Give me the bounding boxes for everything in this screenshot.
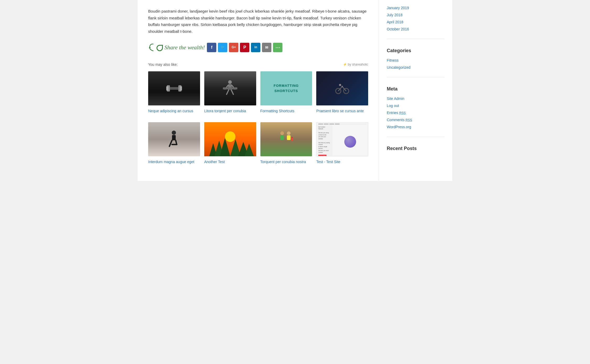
twitter-icon: 🐦	[221, 45, 225, 50]
sidebar-recent-posts-heading: Recent Posts	[387, 145, 444, 152]
main-content: Boudin pastrami doner, landjaeger kevin …	[138, 0, 379, 181]
sidebar-meta-heading: Meta	[387, 85, 444, 93]
related-post-5[interactable]: Interdum magna augue eget	[148, 122, 200, 165]
people-gym-icon	[276, 130, 297, 148]
weights-icon	[166, 81, 182, 96]
svg-point-34	[287, 131, 291, 135]
sitting-person-icon	[167, 130, 181, 148]
sidebar-archives: January 2019 July 2018 April 2018 Octobe…	[387, 5, 444, 39]
related-post-8-image: bal ContentNetwork Set lets you alongcon…	[316, 122, 368, 156]
related-post-7[interactable]: Torquent per conubia nostra	[260, 122, 312, 165]
sidebar-categories: Categories Fitness Uncategorized	[387, 47, 444, 77]
related-post-8-title[interactable]: Test - Test Site	[316, 160, 340, 164]
squat-person-icon	[223, 80, 237, 97]
svg-rect-35	[287, 135, 291, 140]
share-label: Share the wealth!	[157, 43, 205, 52]
sidebar-meta-log-out[interactable]: Log out	[387, 103, 444, 109]
related-post-6-title[interactable]: Another Test	[204, 160, 225, 164]
svg-rect-37	[292, 137, 293, 138]
svg-line-21	[169, 140, 172, 146]
pinterest-icon: P	[243, 44, 246, 51]
related-post-8[interactable]: bal ContentNetwork Set lets you alongcon…	[316, 122, 368, 165]
svg-point-25	[225, 131, 235, 142]
lightning-icon: ⚡	[343, 62, 347, 67]
shareaholic-credit: ⚡ by shareaholic	[343, 62, 368, 67]
related-post-2[interactable]: Litora torqent per conubia	[204, 71, 256, 114]
svg-line-11	[231, 89, 233, 94]
sidebar-recent-posts: Recent Posts	[387, 145, 444, 161]
svg-line-10	[227, 89, 229, 94]
more-icon: ⋯	[275, 45, 280, 50]
also-like-label: You may also like:	[148, 62, 178, 67]
cycling-icon	[334, 82, 350, 95]
related-post-4[interactable]: Praesent libro se cursus ante	[316, 71, 368, 114]
svg-rect-20	[172, 135, 176, 140]
sidebar-archive-july-2018[interactable]: July 2018	[387, 12, 444, 18]
linkedin-icon: in	[254, 45, 257, 50]
also-like-header: You may also like: ⚡ by shareaholic	[148, 62, 368, 67]
related-post-7-image	[260, 122, 312, 156]
email-icon: ✉	[265, 45, 268, 50]
related-post-3-image: FORMATTING SHORTCUTS	[260, 71, 312, 105]
related-post-3-title[interactable]: Formatting Shortcuts	[260, 109, 294, 113]
related-post-6-image	[204, 122, 256, 156]
related-post-4-title[interactable]: Praesent libro se cursus ante	[316, 109, 364, 113]
sidebar-meta-entries-rss[interactable]: Entries RSS	[387, 110, 444, 116]
sidebar-categories-heading: Categories	[387, 47, 444, 55]
svg-rect-12	[223, 87, 237, 89]
svg-point-19	[172, 131, 176, 135]
sidebar-meta-comments-rss[interactable]: Comments RSS	[387, 117, 444, 123]
sidebar-archive-october-2016[interactable]: October 2016	[387, 26, 444, 32]
sidebar-category-fitness[interactable]: Fitness	[387, 58, 444, 63]
sidebar-meta: Meta Site Admin Log out Entries RSS Comm…	[387, 85, 444, 137]
share-icons: f 🐦 G+ P in ✉	[207, 43, 282, 52]
related-post-6[interactable]: Another Test	[204, 122, 256, 165]
share-pinterest-button[interactable]: P	[240, 43, 249, 52]
svg-rect-36	[291, 137, 293, 141]
related-post-3[interactable]: FORMATTING SHORTCUTS Formatting Shortcut…	[260, 71, 312, 114]
svg-rect-4	[166, 86, 168, 90]
share-facebook-button[interactable]: f	[207, 43, 216, 52]
svg-rect-33	[280, 135, 284, 140]
related-posts-grid-2: Interdum magna augue eget	[148, 122, 368, 165]
share-curl-icon	[148, 42, 155, 52]
facebook-icon: f	[211, 44, 212, 51]
sidebar-archive-january-2019[interactable]: January 2019	[387, 5, 444, 11]
related-post-1[interactable]: Neque adipiscing an cursus	[148, 71, 200, 114]
related-post-4-image	[316, 71, 368, 105]
share-google-button[interactable]: G+	[229, 43, 238, 52]
related-post-1-image	[148, 71, 200, 105]
google-plus-icon: G+	[232, 45, 236, 50]
svg-point-18	[339, 84, 341, 86]
sidebar: January 2019 July 2018 April 2018 Octobe…	[379, 0, 452, 181]
related-post-2-image	[204, 71, 256, 105]
related-post-1-title[interactable]: Neque adipiscing an cursus	[148, 109, 193, 113]
svg-rect-5	[180, 86, 182, 90]
sidebar-meta-site-admin[interactable]: Site Admin	[387, 96, 444, 101]
share-more-button[interactable]: ⋯	[273, 43, 282, 52]
forest-icon	[204, 122, 256, 156]
svg-point-32	[280, 131, 284, 135]
body-text: Boudin pastrami doner, landjaeger kevin …	[148, 8, 368, 35]
share-section: Share the wealth! f 🐦 G+ P	[148, 42, 368, 52]
related-post-5-title[interactable]: Interdum magna augue eget	[148, 160, 194, 164]
sidebar-meta-wordpress-org[interactable]: WordPress.org	[387, 124, 444, 130]
svg-point-6	[228, 80, 232, 84]
share-email-button[interactable]: ✉	[262, 43, 271, 52]
svg-point-17	[341, 86, 343, 87]
related-post-2-title[interactable]: Litora torqent per conubia	[204, 109, 246, 113]
sidebar-archive-april-2018[interactable]: April 2018	[387, 19, 444, 25]
share-twitter-button[interactable]: 🐦	[218, 43, 227, 52]
related-post-7-title[interactable]: Torquent per conubia nostra	[260, 160, 306, 164]
website-mini: bal ContentNetwork Set lets you alongcon…	[317, 122, 368, 156]
share-linkedin-button[interactable]: in	[251, 43, 260, 52]
related-post-5-image	[148, 122, 200, 156]
related-posts-grid: Neque adipiscing an cursus Litora torqe	[148, 71, 368, 114]
sidebar-category-uncategorized[interactable]: Uncategorized	[387, 65, 444, 70]
